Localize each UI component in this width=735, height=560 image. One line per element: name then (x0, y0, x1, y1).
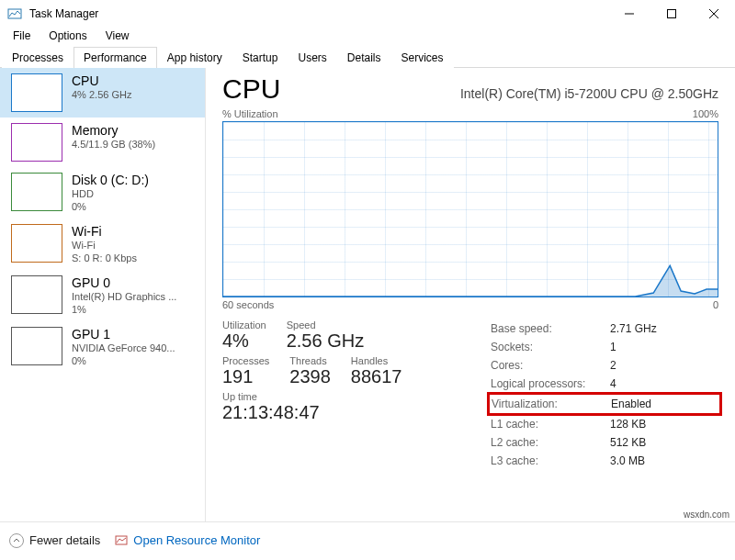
base-speed-label: Base speed: (491, 319, 610, 338)
l3-cache-value: 3.0 MB (610, 452, 645, 470)
sidebar-item-gpu1[interactable]: GPU 1 NVIDIA GeForce 940... 0% (0, 321, 205, 373)
chart-label-botright: 0 (713, 299, 718, 310)
sidebar-item-sub: Intel(R) HD Graphics ... (72, 290, 176, 303)
virtualization-highlight: Virtualization:Enabled (487, 392, 722, 416)
open-resource-monitor-link[interactable]: Open Resource Monitor (115, 533, 260, 547)
handles-label: Handles (351, 355, 402, 366)
tab-performance[interactable]: Performance (74, 47, 157, 68)
chart-label-topright: 100% (693, 108, 718, 119)
sidebar-item-label: GPU 1 (72, 327, 175, 342)
speed-value: 2.56 GHz (287, 330, 364, 352)
disk-thumb-icon (11, 173, 62, 211)
virtualization-label: Virtualization: (492, 395, 611, 413)
uptime-value: 21:13:48:47 (222, 402, 461, 423)
minimize-button[interactable] (608, 0, 650, 28)
l3-cache-label: L3 cache: (491, 452, 610, 470)
cpu-model: Intel(R) Core(TM) i5-7200U CPU @ 2.50GHz (460, 86, 718, 101)
util-value: 4% (222, 330, 266, 352)
chevron-up-icon (9, 533, 24, 548)
tab-details[interactable]: Details (337, 47, 391, 68)
sidebar-item-cpu[interactable]: CPU 4% 2.56 GHz (0, 68, 205, 118)
wifi-thumb-icon (11, 224, 62, 263)
app-icon (7, 6, 22, 21)
sidebar-item-sub: 4% 2.56 GHz (72, 88, 131, 101)
l1-cache-value: 128 KB (610, 415, 646, 433)
threads-value: 2398 (289, 366, 331, 387)
close-button[interactable] (693, 0, 735, 28)
menu-file[interactable]: File (4, 28, 40, 46)
sockets-value: 1 (610, 338, 616, 356)
sidebar-item-sub2: S: 0 R: 0 Kbps (72, 252, 137, 264)
sidebar-item-sub2: 0% (72, 354, 175, 367)
processes-value: 191 (222, 366, 269, 387)
tab-bar: Processes Performance App history Startu… (0, 46, 735, 68)
sidebar-item-sub: NVIDIA GeForce 940... (72, 342, 175, 354)
l2-cache-value: 512 KB (610, 433, 646, 452)
virtualization-value: Enabled (611, 395, 651, 413)
window-title: Task Manager (29, 7, 98, 20)
logical-processors-value: 4 (610, 375, 616, 393)
fewer-details-button[interactable]: Fewer details (9, 533, 100, 548)
gpu-thumb-icon (11, 327, 62, 365)
gpu-thumb-icon (11, 275, 62, 314)
sidebar-item-label: Memory (72, 123, 155, 138)
sidebar-item-sub: HDD (72, 187, 149, 200)
main-panel: CPU Intel(R) Core(TM) i5-7200U CPU @ 2.5… (206, 68, 735, 521)
speed-label: Speed (287, 319, 364, 330)
chart-label-topleft: % Utilization (222, 108, 278, 119)
svg-marker-5 (223, 265, 718, 297)
sidebar-item-label: GPU 0 (72, 275, 176, 290)
watermark: wsxdn.com (684, 510, 729, 520)
sidebar-item-gpu0[interactable]: GPU 0 Intel(R) HD Graphics ... 1% (0, 270, 205, 321)
sidebar-item-label: Wi-Fi (72, 224, 137, 239)
footer-bar: Fewer details Open Resource Monitor (0, 521, 735, 558)
util-label: Utilization (222, 319, 266, 330)
cpu-thumb-icon (11, 73, 62, 112)
page-title: CPU (222, 73, 280, 105)
sidebar-item-sub: 4.5/11.9 GB (38%) (72, 138, 155, 151)
sidebar-item-memory[interactable]: Memory 4.5/11.9 GB (38%) (0, 118, 205, 167)
resource-monitor-icon (115, 534, 128, 547)
cores-value: 2 (610, 356, 616, 375)
svg-rect-0 (8, 9, 21, 18)
sockets-label: Sockets: (491, 338, 610, 356)
open-resource-monitor-label: Open Resource Monitor (133, 533, 260, 547)
l2-cache-label: L2 cache: (491, 433, 610, 452)
menu-bar: File Options View (0, 28, 735, 46)
sidebar-item-wifi[interactable]: Wi-Fi Wi-Fi S: 0 R: 0 Kbps (0, 218, 205, 270)
sidebar: CPU 4% 2.56 GHz Memory 4.5/11.9 GB (38%)… (0, 68, 206, 521)
l1-cache-label: L1 cache: (491, 415, 610, 433)
cores-label: Cores: (491, 356, 610, 375)
menu-options[interactable]: Options (40, 28, 96, 46)
maximize-button[interactable] (650, 0, 693, 28)
sidebar-item-disk[interactable]: Disk 0 (C: D:) HDD 0% (0, 167, 205, 218)
tab-services[interactable]: Services (391, 47, 454, 68)
uptime-label: Up time (222, 391, 461, 402)
tab-users[interactable]: Users (288, 47, 336, 68)
sidebar-item-sub: Wi-Fi (72, 239, 137, 252)
sidebar-item-label: CPU (72, 73, 131, 88)
sidebar-item-sub2: 0% (72, 200, 149, 213)
tab-app-history[interactable]: App history (157, 47, 232, 68)
fewer-details-label: Fewer details (29, 533, 100, 547)
tab-startup[interactable]: Startup (232, 47, 288, 68)
logical-processors-label: Logical processors: (491, 375, 610, 393)
chart-label-botleft: 60 seconds (222, 299, 274, 310)
processes-label: Processes (222, 355, 269, 366)
tab-processes[interactable]: Processes (2, 47, 74, 68)
memory-thumb-icon (11, 123, 62, 162)
handles-value: 88617 (351, 366, 402, 387)
sidebar-item-sub2: 1% (72, 303, 176, 316)
title-bar: Task Manager (0, 0, 735, 28)
svg-rect-2 (668, 10, 676, 18)
base-speed-value: 2.71 GHz (610, 319, 657, 338)
sidebar-item-label: Disk 0 (C: D:) (72, 173, 149, 187)
threads-label: Threads (289, 355, 331, 366)
menu-view[interactable]: View (96, 28, 139, 46)
utilization-chart (222, 121, 718, 297)
